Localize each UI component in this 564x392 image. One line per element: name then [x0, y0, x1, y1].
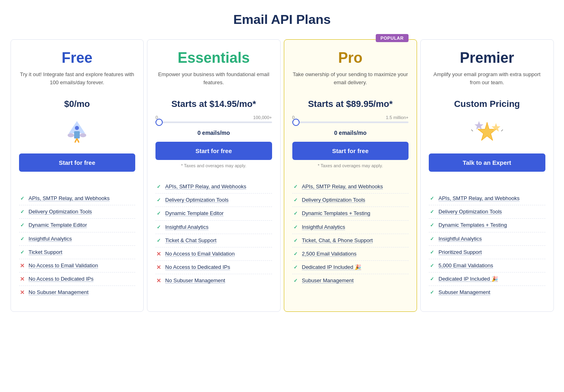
check-icon: ✓ [155, 197, 162, 203]
plan-card-essentials: EssentialsEmpower your business with fou… [147, 39, 281, 312]
check-icon: ✓ [429, 209, 435, 215]
plan-price-free: $0/mo [19, 99, 136, 109]
check-icon: ✓ [155, 210, 162, 217]
check-icon: ✓ [19, 195, 26, 202]
feature-text[interactable]: Dedicated IP Included 🎉 [302, 264, 362, 271]
plan-card-free: FreeTry it out! Integrate fast and explo… [11, 39, 144, 312]
page-title: Email API Plans [8, 12, 556, 27]
cross-icon: ✕ [19, 262, 26, 269]
feature-item: ✓ Insightful Analytics [155, 221, 272, 234]
check-icon: ✓ [292, 251, 299, 257]
plan-desc-pro: Take ownership of your sending to maximi… [292, 70, 409, 91]
tax-note-essentials: * Taxes and overages may apply. [155, 163, 272, 170]
check-icon: ✓ [292, 237, 299, 244]
feature-text[interactable]: APIs, SMTP Relay, and Webhooks [165, 183, 246, 190]
slider-track[interactable] [292, 121, 409, 123]
cross-icon: ✕ [155, 277, 162, 284]
feature-item: ✕ No Access to Email Validation [155, 247, 272, 261]
feature-text[interactable]: Insightful Analytics [29, 235, 72, 243]
feature-text[interactable]: Delivery Optimization Tools [165, 196, 229, 204]
svg-rect-1 [74, 131, 80, 138]
feature-text[interactable]: Subuser Management [302, 277, 354, 284]
feature-item: ✓ APIs, SMTP Relay, and Webhooks [292, 180, 409, 194]
feature-text[interactable]: No Access to Email Validation [29, 262, 98, 269]
check-icon: ✓ [429, 249, 435, 256]
plan-price-pro: Starts at $89.95/mo* [292, 99, 409, 109]
feature-text[interactable]: Delivery Optimization Tools [438, 208, 502, 215]
cta-button-free[interactable]: Start for free [19, 153, 136, 172]
check-icon: ✓ [292, 210, 299, 217]
feature-text[interactable]: Insightful Analytics [302, 224, 345, 231]
check-icon: ✓ [19, 236, 26, 242]
feature-item: ✕ No Access to Email Validation [19, 259, 136, 273]
feature-text[interactable]: No Subuser Management [29, 289, 89, 296]
feature-text[interactable]: Dedicated IP Included 🎉 [438, 275, 498, 283]
feature-item: ✕ No Access to Dedicated IPs [155, 261, 272, 274]
slider-track[interactable] [155, 121, 272, 123]
features-list-free: ✓ APIs, SMTP Relay, and Webhooks ✓ Deliv… [19, 192, 136, 299]
feature-item: ✓ Insightful Analytics [429, 232, 545, 246]
feature-text[interactable]: Delivery Optimization Tools [29, 208, 92, 215]
feature-text[interactable]: Dynamic Templates + Testing [438, 222, 507, 229]
svg-point-2 [68, 133, 74, 137]
check-icon: ✓ [155, 224, 162, 230]
feature-item: ✓ Delivery Optimization Tools [292, 194, 409, 207]
feature-text[interactable]: Dynamic Template Editor [165, 210, 223, 217]
plan-price-premier: Custom Pricing [429, 99, 545, 109]
check-icon: ✓ [155, 183, 162, 190]
tax-note-premier [429, 175, 545, 181]
cross-icon: ✕ [19, 289, 26, 296]
feature-text[interactable]: Ticket & Chat Support [165, 237, 217, 244]
check-icon: ✓ [429, 289, 435, 296]
check-icon: ✓ [292, 183, 299, 190]
cta-button-pro[interactable]: Start for free [292, 142, 409, 160]
popular-badge: POPULAR [376, 34, 409, 42]
cta-button-premier[interactable]: Talk to an Expert [429, 153, 545, 172]
cta-button-essentials[interactable]: Start for free [155, 142, 272, 160]
feature-text[interactable]: Insightful Analytics [165, 224, 209, 231]
feature-item: ✓ Dynamic Templates + Testing [292, 207, 409, 220]
feature-text[interactable]: Insightful Analytics [438, 235, 482, 243]
feature-text[interactable]: Ticket Support [29, 249, 62, 256]
check-icon: ✓ [19, 249, 26, 256]
feature-text[interactable]: APIs, SMTP Relay, and Webhooks [438, 195, 519, 202]
feature-text[interactable]: No Subuser Management [165, 277, 225, 284]
feature-text[interactable]: Dynamic Templates + Testing [302, 210, 370, 217]
feature-text[interactable]: Ticket, Chat, & Phone Support [302, 237, 373, 244]
check-icon: ✓ [429, 222, 435, 228]
feature-item: ✓ Dedicated IP Included 🎉 [292, 261, 409, 274]
feature-text[interactable]: APIs, SMTP Relay, and Webhooks [29, 195, 110, 202]
feature-item: ✓ 2,500 Email Validations [292, 247, 409, 261]
feature-text[interactable]: No Access to Dedicated IPs [29, 275, 94, 283]
tax-note-pro: * Taxes and overages may apply. [292, 163, 409, 170]
tax-note-free [19, 175, 136, 181]
feature-text[interactable]: No Access to Dedicated IPs [165, 264, 230, 271]
check-icon: ✓ [429, 262, 435, 269]
plan-name-essentials: Essentials [155, 49, 272, 66]
feature-item: ✓ APIs, SMTP Relay, and Webhooks [19, 192, 136, 205]
slider-max: 1.5 million+ [386, 115, 409, 120]
feature-text[interactable]: No Access to Email Validation [165, 250, 235, 258]
feature-text[interactable]: 2,500 Email Validations [302, 250, 357, 258]
cross-icon: ✕ [155, 264, 162, 271]
feature-text[interactable]: Dynamic Template Editor [29, 222, 87, 229]
feature-text[interactable]: 5,000 Email Validations [438, 262, 493, 269]
feature-item: ✓ Ticket Support [19, 246, 136, 259]
plan-desc-essentials: Empower your business with foundational … [155, 70, 272, 91]
feature-text[interactable]: APIs, SMTP Relay, and Webhooks [302, 183, 383, 190]
feature-text[interactable]: Subuser Management [438, 289, 490, 296]
feature-item: ✕ No Subuser Management [19, 286, 136, 299]
feature-text[interactable]: Delivery Optimization Tools [302, 196, 366, 204]
plan-name-premier: Premier [429, 49, 545, 66]
check-icon: ✓ [19, 222, 26, 228]
check-icon: ✓ [429, 195, 435, 202]
feature-item: ✓ Dynamic Templates + Testing [429, 219, 545, 232]
plan-card-premier: PremierAmplify your email program with e… [420, 39, 554, 312]
feature-item: ✓ Ticket & Chat Support [155, 234, 272, 247]
check-icon: ✓ [19, 209, 26, 215]
check-icon: ✓ [292, 224, 299, 230]
feature-text[interactable]: Prioritized Support [438, 249, 482, 256]
svg-line-6 [77, 138, 79, 143]
feature-item: ✓ Dynamic Template Editor [155, 207, 272, 220]
plan-desc-free: Try it out! Integrate fast and explore f… [19, 70, 136, 91]
